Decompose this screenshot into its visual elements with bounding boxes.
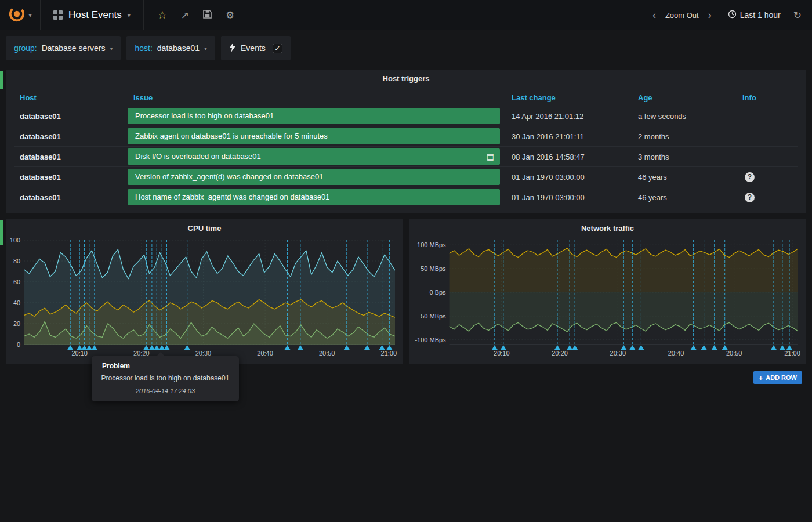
grafana-logo (8, 5, 26, 25)
help-question-icon[interactable]: ? (745, 172, 755, 182)
panel-title[interactable]: CPU time (6, 219, 403, 234)
triggers-table: Host Issue Last change Age Info database… (14, 89, 798, 207)
svg-text:20:20: 20:20 (552, 350, 568, 357)
time-shift-right-button[interactable]: › (706, 9, 714, 21)
svg-text:21:00: 21:00 (381, 350, 397, 357)
svg-text:-100 MBps: -100 MBps (415, 336, 446, 343)
column-header-last-change[interactable]: Last change (506, 93, 632, 102)
time-range-picker[interactable]: Last 1 hour (728, 10, 781, 20)
svg-text:80: 80 (13, 258, 20, 264)
network-traffic-chart[interactable]: -100 MBps-50 MBps0 Bps50 MBps100 MBps20:… (409, 234, 806, 364)
caret-down-icon: ▾ (110, 45, 113, 52)
row-indicator-charts[interactable] (0, 220, 3, 245)
time-controls: ‹ Zoom Out › Last 1 hour ↻ (650, 9, 812, 21)
row-indicator-triggers[interactable] (0, 71, 3, 89)
events-annotation-label: Events (241, 44, 266, 53)
last-change-cell: 08 Jan 2016 14:58:47 (506, 153, 632, 161)
svg-text:20:40: 20:40 (668, 350, 684, 357)
group-variable-label: group: (14, 44, 37, 53)
caret-down-icon: ▾ (28, 12, 31, 19)
svg-text:60: 60 (13, 278, 20, 285)
panel-title[interactable]: Host triggers (6, 70, 806, 85)
tooltip-title: Problem (100, 362, 231, 370)
issue-badge[interactable]: Disk I/O is overloaded on database01▤ (128, 148, 500, 165)
svg-text:100: 100 (10, 237, 20, 244)
svg-text:-50 MBps: -50 MBps (419, 313, 447, 320)
issue-badge[interactable]: Version of zabbix_agent(d) was changed o… (128, 169, 500, 185)
host-variable-value: database01 (157, 44, 200, 53)
table-row[interactable]: database01 Disk I/O is overloaded on dat… (14, 146, 798, 166)
host-triggers-panel: Host triggers Host Issue Last change Age… (6, 70, 806, 213)
refresh-button[interactable]: ↻ (793, 9, 802, 21)
add-row-label: ADD ROW (766, 374, 797, 381)
dashboard-icon (53, 10, 63, 20)
svg-text:20:50: 20:50 (319, 350, 335, 357)
info-cell: ? (737, 193, 798, 202)
events-checkbox[interactable]: ✓ (273, 44, 282, 53)
panel-title[interactable]: Network traffic (409, 219, 806, 234)
table-row[interactable]: database01 Version of zabbix_agent(d) wa… (14, 166, 798, 187)
last-change-cell: 30 Jan 2016 21:01:11 (506, 132, 632, 141)
template-variables-bar: group: Database servers ▾ host: database… (6, 36, 291, 60)
table-row[interactable]: database01 Zabbix agent on database01 is… (14, 126, 798, 146)
document-icon[interactable]: ▤ (487, 148, 494, 165)
age-cell: 3 months (632, 153, 737, 161)
svg-text:20: 20 (13, 320, 20, 327)
svg-text:20:40: 20:40 (257, 350, 273, 357)
time-shift-left-button[interactable]: ‹ (650, 9, 658, 21)
group-variable-dropdown[interactable]: group: Database servers ▾ (6, 36, 121, 60)
grafana-logo-menu[interactable]: ▾ (0, 0, 41, 30)
network-traffic-panel: Network traffic -100 MBps-50 MBps0 Bps50… (409, 219, 806, 364)
annotation-tooltip: Problem Processor load is too high on da… (92, 356, 239, 401)
tooltip-text: Processor load is too high on database01 (100, 374, 231, 382)
svg-text:21:00: 21:00 (784, 350, 800, 357)
column-header-issue[interactable]: Issue (128, 93, 506, 102)
age-cell: a few seconds (632, 112, 737, 121)
host-cell: database01 (14, 173, 128, 182)
share-button[interactable]: ↗ (181, 10, 189, 20)
svg-text:20:10: 20:10 (494, 350, 510, 357)
svg-text:20:10: 20:10 (71, 350, 88, 357)
svg-text:50 MBps: 50 MBps (420, 265, 446, 272)
issue-badge[interactable]: Processor load is too high on database01 (128, 108, 500, 124)
triggers-table-header: Host Issue Last change Age Info (14, 89, 798, 106)
top-navbar: ▾ Host Events ▾ ☆ ↗ ⚙ ‹ Zoom Out › Last … (0, 0, 812, 30)
svg-text:0: 0 (17, 341, 20, 348)
zoom-out-button[interactable]: Zoom Out (665, 11, 699, 20)
events-annotation-toggle[interactable]: Events ✓ (221, 36, 291, 60)
add-row-button[interactable]: + ADD ROW (753, 371, 802, 384)
host-cell: database01 (14, 153, 128, 161)
host-cell: database01 (14, 112, 128, 121)
clock-icon (728, 10, 737, 20)
dashboard-actions: ☆ ↗ ⚙ (144, 10, 249, 20)
lightning-bolt-icon (229, 42, 236, 54)
age-cell: 2 months (632, 132, 737, 141)
column-header-info[interactable]: Info (737, 93, 798, 102)
column-header-age[interactable]: Age (632, 93, 737, 102)
star-button[interactable]: ☆ (158, 10, 167, 20)
svg-text:0 Bps: 0 Bps (429, 289, 446, 296)
settings-gear-button[interactable]: ⚙ (226, 10, 234, 20)
table-row[interactable]: database01 Host name of zabbix_agentd wa… (14, 187, 798, 207)
plus-icon: + (759, 374, 763, 382)
last-change-cell: 01 Jan 1970 03:00:00 (506, 193, 632, 202)
svg-text:100 MBps: 100 MBps (417, 241, 446, 248)
svg-text:40: 40 (13, 299, 20, 306)
column-header-host[interactable]: Host (14, 93, 128, 102)
cpu-time-chart[interactable]: 02040608010020:1020:2020:3020:4020:5021:… (6, 234, 403, 364)
group-variable-value: Database servers (42, 44, 106, 53)
host-variable-dropdown[interactable]: host: database01 ▾ (126, 36, 215, 60)
caret-down-icon: ▾ (204, 45, 207, 52)
save-button[interactable] (203, 10, 212, 20)
last-change-cell: 01 Jan 1970 03:00:00 (506, 173, 632, 182)
issue-badge[interactable]: Zabbix agent on database01 is unreachabl… (128, 128, 500, 144)
svg-text:20:30: 20:30 (610, 350, 626, 357)
last-change-cell: 14 Apr 2016 21:01:12 (506, 112, 632, 121)
check-icon: ✓ (274, 44, 281, 53)
table-row[interactable]: database01 Processor load is too high on… (14, 106, 798, 126)
host-variable-label: host: (135, 44, 152, 53)
tooltip-timestamp: 2016-04-14 17:24:03 (100, 387, 231, 394)
issue-badge[interactable]: Host name of zabbix_agentd was changed o… (128, 189, 500, 205)
dashboard-title-menu[interactable]: Host Events ▾ (41, 0, 144, 30)
help-question-icon[interactable]: ? (745, 193, 755, 202)
